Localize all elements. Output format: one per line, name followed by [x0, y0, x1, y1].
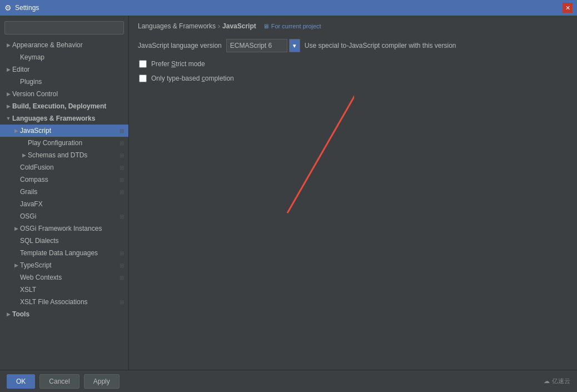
- breadcrumb-sep1: ›: [218, 22, 220, 30]
- arrow-icon: [12, 78, 20, 86]
- type-completion-checkbox[interactable]: [139, 75, 147, 82]
- compiler-text: Use special to-JavaScript compiler with …: [305, 42, 456, 49]
- scope-icon: ⊞: [120, 250, 124, 256]
- sidebar-label: TypeScript: [20, 261, 118, 269]
- sidebar-label: Build, Execution, Deployment: [12, 102, 124, 110]
- sidebar-item-grails[interactable]: Grails⊞: [0, 186, 128, 198]
- sidebar-label: Template Data Languages: [20, 249, 118, 257]
- sidebar-label: JavaScript: [20, 127, 118, 135]
- sidebar-item-xslt[interactable]: XSLT: [0, 284, 128, 296]
- sidebar-label: Plugins: [20, 78, 124, 86]
- arrow-icon: ▶: [12, 225, 20, 232]
- sidebar-label: Web Contexts: [20, 274, 118, 281]
- sidebar-item-compass[interactable]: Compass⊞: [0, 173, 128, 186]
- strict-mode-row: Prefer Strict mode: [138, 60, 568, 68]
- sidebar-item-version-control[interactable]: ▶Version Control: [0, 88, 128, 100]
- arrow-icon: [12, 200, 20, 208]
- breadcrumb-javascript: JavaScript: [222, 22, 256, 30]
- arrow-icon: [12, 286, 20, 294]
- type-completion-label: Only type-based completion: [151, 75, 234, 82]
- sidebar: ▶Appearance & BehaviorKeymap▶EditorPlugi…: [0, 16, 129, 370]
- search-input[interactable]: [8, 24, 120, 31]
- arrow-icon: [12, 176, 20, 183]
- sidebar-tree: ▶Appearance & BehaviorKeymap▶EditorPlugi…: [0, 39, 128, 320]
- sidebar-item-template-data[interactable]: Template Data Languages⊞: [0, 247, 128, 259]
- sidebar-item-xslt-file-assoc[interactable]: XSLT File Associations⊞: [0, 296, 128, 308]
- sidebar-item-osgi-framework[interactable]: ▶OSGi Framework Instances: [0, 222, 128, 235]
- strict-mode-checkbox[interactable]: [139, 60, 147, 68]
- sidebar-item-tools[interactable]: ▶Tools: [0, 308, 128, 320]
- sidebar-label: XSLT: [20, 286, 124, 294]
- sidebar-item-schemas-dtds[interactable]: ▶Schemas and DTDs⊞: [0, 149, 128, 161]
- scope-icon: ⊞: [120, 262, 124, 269]
- arrow-icon: ▶: [12, 127, 20, 135]
- sidebar-item-editor[interactable]: ▶Editor: [0, 63, 128, 76]
- sidebar-item-appearance[interactable]: ▶Appearance & Behavior: [0, 39, 128, 51]
- sidebar-label: Languages & Frameworks: [12, 115, 124, 122]
- arrow-icon: ▼: [4, 115, 12, 122]
- sidebar-label: XSLT File Associations: [20, 298, 118, 306]
- language-version-row: JavaScript language version ECMAScript 6…: [138, 39, 568, 52]
- arrow-icon: ▶: [4, 66, 12, 73]
- sidebar-item-languages[interactable]: ▼Languages & Frameworks: [0, 112, 128, 125]
- arrow-icon: [20, 139, 28, 147]
- arrow-icon: [12, 212, 20, 220]
- arrow-icon: [12, 274, 20, 281]
- sidebar-item-sql-dialects[interactable]: SQL Dialects: [0, 235, 128, 247]
- arrow-icon: ▶: [12, 261, 20, 269]
- sidebar-item-keymap[interactable]: Keymap: [0, 51, 128, 63]
- sidebar-item-build[interactable]: ▶Build, Execution, Deployment: [0, 100, 128, 112]
- sidebar-label: OSGi Framework Instances: [20, 225, 124, 232]
- sidebar-label: ColdFusion: [20, 163, 118, 171]
- sidebar-label: Editor: [12, 66, 124, 73]
- language-version-label: JavaScript language version: [138, 42, 222, 49]
- arrow-icon: ▶: [20, 151, 28, 159]
- sidebar-label: SQL Dialects: [20, 237, 124, 245]
- select-dropdown-arrow[interactable]: ▼: [289, 39, 300, 52]
- breadcrumb: Languages & Frameworks › JavaScript 🖥 Fo…: [138, 22, 568, 30]
- sidebar-item-javafx[interactable]: JavaFX: [0, 198, 128, 210]
- arrow-icon: [12, 188, 20, 196]
- close-button[interactable]: ✕: [563, 3, 573, 13]
- sidebar-label: Schemas and DTDs: [28, 151, 118, 159]
- dialog-body: ▶Appearance & BehaviorKeymap▶EditorPlugi…: [0, 16, 577, 370]
- scope-icon: ⊞: [120, 165, 124, 171]
- arrow-icon: ▶: [4, 90, 12, 98]
- sidebar-label: Play Configuration: [28, 139, 118, 147]
- arrow-icon: [12, 249, 20, 257]
- sidebar-label: Tools: [12, 310, 124, 318]
- select-wrapper: ECMAScript 6 ECMAScript 5.1 ECMAScript 5…: [226, 39, 300, 52]
- sidebar-item-typescript[interactable]: ▶TypeScript⊞: [0, 259, 128, 271]
- scope-icon: ⊞: [120, 299, 124, 305]
- ok-button[interactable]: OK: [7, 374, 35, 389]
- sidebar-label: Keymap: [20, 53, 124, 61]
- sidebar-item-web-contexts[interactable]: Web Contexts⊞: [0, 271, 128, 284]
- sidebar-label: Compass: [20, 176, 118, 183]
- language-version-select[interactable]: ECMAScript 6 ECMAScript 5.1 ECMAScript 5…: [226, 39, 287, 52]
- sidebar-item-coldfusion[interactable]: ColdFusion⊞: [0, 161, 128, 173]
- scope-icon: ⊞: [120, 189, 124, 195]
- watermark-icon: ☁: [544, 378, 550, 385]
- bottom-bar: OK Cancel Apply ☁ 亿速云: [0, 370, 577, 392]
- search-box[interactable]: [4, 21, 124, 34]
- watermark-text: 亿速云: [552, 377, 570, 385]
- svg-line-1: [287, 63, 354, 213]
- window-title: Settings: [15, 4, 39, 12]
- arrow-icon: [12, 163, 20, 171]
- scope-icon: ⊞: [120, 128, 124, 134]
- sidebar-label: OSGi: [20, 212, 118, 220]
- cancel-button[interactable]: Cancel: [39, 374, 79, 389]
- scope-icon: ⊞: [120, 152, 124, 158]
- sidebar-item-javascript[interactable]: ▶JavaScript⊞: [0, 125, 128, 137]
- type-completion-row: Only type-based completion: [138, 75, 568, 82]
- arrow-icon: [12, 53, 20, 61]
- sidebar-item-play-config[interactable]: Play Configuration⊞: [0, 137, 128, 149]
- for-project-text: For current project: [271, 23, 321, 29]
- apply-button[interactable]: Apply: [84, 374, 120, 389]
- arrow-icon: ▶: [4, 41, 12, 49]
- title-bar: ⚙ Settings ✕: [0, 0, 577, 16]
- scope-icon: ⊞: [120, 214, 124, 220]
- sidebar-item-osgi[interactable]: OSGi⊞: [0, 210, 128, 222]
- project-icon: 🖥: [263, 23, 269, 29]
- sidebar-item-plugins[interactable]: Plugins: [0, 76, 128, 88]
